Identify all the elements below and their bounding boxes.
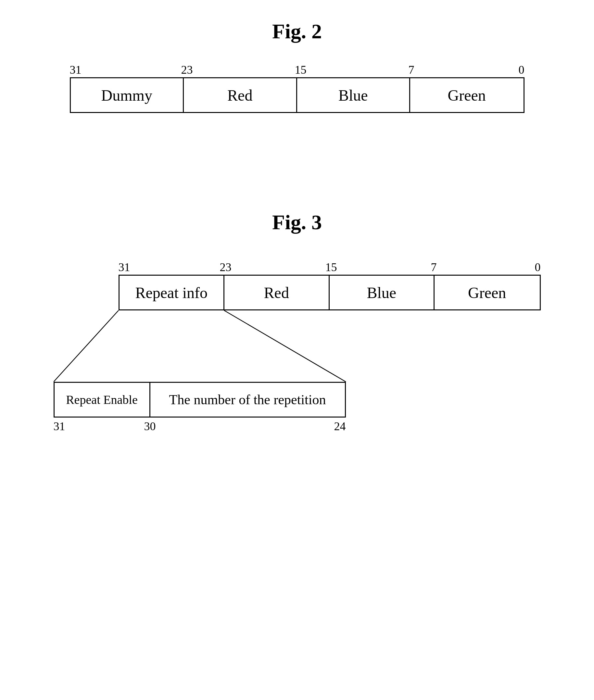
fig3-container: 31 23 15 7 0 Repeat info Red Blue Green — [54, 260, 541, 436]
fig2-container: 31 23 15 7 0 Dummy Red Blue Green — [70, 63, 525, 113]
svg-line-1 — [224, 310, 346, 382]
fig2-label-23: 23 — [181, 63, 193, 77]
fig2-label-7: 7 — [408, 63, 415, 77]
fig3-label-23: 23 — [220, 260, 232, 274]
fig3-lower-register: Repeat Enable The number of the repetiti… — [54, 382, 346, 418]
expand-lines-svg — [54, 310, 541, 382]
fig3-cell-repeat-info: Repeat info — [120, 276, 225, 309]
fig2-cell-dummy: Dummy — [71, 78, 184, 112]
fig3-cell-green: Green — [434, 276, 540, 309]
fig2-cell-red: Red — [184, 78, 297, 112]
fig3-lower-label-30: 30 — [144, 420, 156, 433]
fig3-cell-repeat-enable: Repeat Enable — [55, 383, 151, 416]
fig2-title: Fig. 2 — [26, 20, 568, 43]
fig3-cell-number-repetition: The number of the repetition — [151, 383, 345, 416]
fig3-upper: 31 23 15 7 0 Repeat info Red Blue Green — [119, 260, 541, 310]
fig2-cell-blue: Blue — [297, 78, 410, 112]
fig3-upper-bit-labels: 31 23 15 7 0 — [119, 260, 541, 275]
fig3-lower: Repeat Enable The number of the repetiti… — [54, 382, 346, 436]
fig3-label-31: 31 — [119, 260, 130, 274]
fig3-expand-area — [54, 310, 541, 382]
svg-line-0 — [54, 310, 119, 382]
fig3-cell-blue: Blue — [330, 276, 435, 309]
fig3-lower-label-31: 31 — [54, 420, 65, 433]
fig2-label-31: 31 — [70, 63, 81, 77]
fig3-label-7: 7 — [431, 260, 437, 274]
fig3-label-15: 15 — [325, 260, 337, 274]
fig2-label-0: 0 — [519, 63, 525, 77]
fig3-lower-label-24: 24 — [334, 420, 346, 433]
fig2-cell-green: Green — [410, 78, 524, 112]
fig3-label-0: 0 — [535, 260, 541, 274]
fig3-cell-red: Red — [224, 276, 330, 309]
fig3-lower-bit-labels: 31 30 24 — [54, 420, 346, 436]
fig2-label-15: 15 — [295, 63, 306, 77]
fig3-upper-register: Repeat info Red Blue Green — [119, 275, 541, 310]
fig2-bit-labels: 31 23 15 7 0 — [70, 63, 525, 77]
page: Fig. 2 31 23 15 7 0 Dummy Red Blue Green — [0, 0, 594, 700]
fig3-title: Fig. 3 — [26, 210, 568, 234]
fig2-register: Dummy Red Blue Green — [70, 77, 525, 113]
